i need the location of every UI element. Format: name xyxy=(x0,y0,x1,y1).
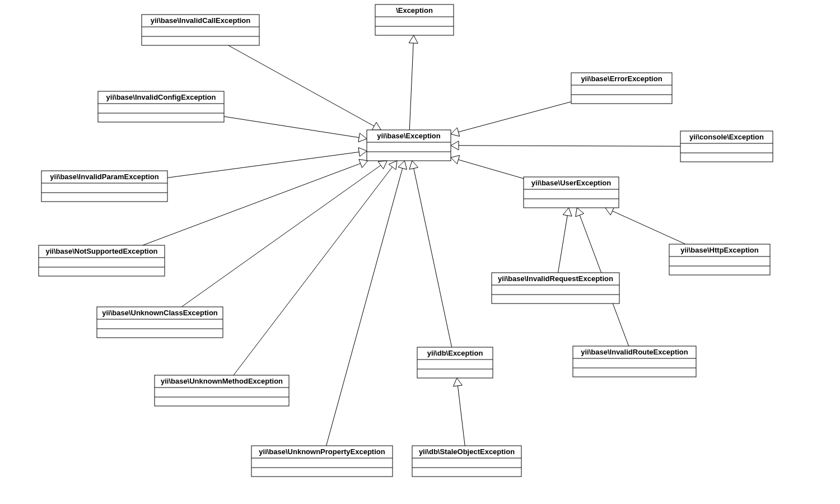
generalization-line xyxy=(458,386,465,446)
generalization-arrowhead-icon xyxy=(358,133,367,142)
class-name: yii\base\InvalidCallException xyxy=(151,16,251,25)
class-name: yii\base\InvalidRequestException xyxy=(498,274,613,283)
class-invalid_request: yii\base\InvalidRequestException xyxy=(492,273,619,304)
class-name: yii\db\StaleObjectException xyxy=(419,447,515,456)
generalization-line xyxy=(558,216,568,273)
generalization-line xyxy=(143,164,361,245)
class-name: yii\base\ErrorException xyxy=(581,74,662,83)
class-invalid_config: yii\base\InvalidConfigException xyxy=(98,91,224,122)
class-invalid_call: yii\base\InvalidCallException xyxy=(142,15,259,45)
generalization-line xyxy=(326,168,403,446)
generalization-arrowhead-icon xyxy=(451,128,460,136)
generalization-arrowhead-icon xyxy=(451,155,460,164)
generalization-arrowhead-icon xyxy=(358,148,367,157)
class-base_exception: yii\base\Exception xyxy=(367,130,451,161)
class-name: yii\console\Exception xyxy=(689,133,764,141)
class-unknown_class: yii\base\UnknownClassException xyxy=(97,307,223,338)
class-unknown_property: yii\base\UnknownPropertyException xyxy=(251,446,393,477)
generalization-arrowhead-icon xyxy=(576,208,584,217)
class-name: yii\base\Exception xyxy=(377,132,440,140)
class-name: yii\base\UnknownClassException xyxy=(102,309,218,317)
generalization-arrowhead-icon xyxy=(451,141,459,150)
class-name: yii\base\InvalidConfigException xyxy=(106,93,216,101)
class-name: yii\base\UserException xyxy=(531,179,611,187)
class-name: \Exception xyxy=(396,6,433,15)
generalization-arrowhead-icon xyxy=(359,159,368,167)
uml-class-diagram: \Exceptionyii\base\Exceptionyii\base\Inv… xyxy=(0,0,840,504)
class-http_exception: yii\base\HttpException xyxy=(669,244,770,275)
class-name: yii\base\NotSupportedException xyxy=(45,247,157,255)
class-unknown_method: yii\base\UnknownMethodException xyxy=(155,375,289,406)
class-invalid_route: yii\base\InvalidRouteException xyxy=(573,346,696,377)
class-invalid_param: yii\base\InvalidParamException xyxy=(41,171,167,202)
class-name: yii\base\UnknownMethodException xyxy=(161,377,283,385)
generalization-arrowhead-icon xyxy=(409,161,418,169)
generalization-arrowhead-icon xyxy=(563,208,572,216)
generalization-line xyxy=(181,165,381,307)
class-user_exception: yii\base\UserException xyxy=(524,177,619,208)
generalization-arrowhead-icon xyxy=(398,161,407,170)
generalization-arrowhead-icon xyxy=(372,122,381,130)
generalization-line xyxy=(234,167,393,375)
generalization-line xyxy=(612,211,685,244)
generalization-arrowhead-icon xyxy=(378,161,387,169)
generalization-arrowhead-icon xyxy=(409,35,418,43)
class-console_exception: yii\console\Exception xyxy=(680,131,773,162)
generalization-arrowhead-icon xyxy=(389,161,397,170)
class-error_exception: yii\base\ErrorException xyxy=(571,73,672,104)
generalization-line xyxy=(458,160,524,179)
class-name: yii\db\Exception xyxy=(427,349,483,357)
generalization-arrowhead-icon xyxy=(453,378,462,386)
class-name: yii\base\HttpException xyxy=(680,246,758,254)
class-stale_object: yii\db\StaleObjectException xyxy=(412,446,521,477)
class-exception: \Exception xyxy=(375,4,454,35)
generalization-line xyxy=(228,45,374,126)
class-db_exception: yii\db\Exception xyxy=(417,347,493,378)
class-name: yii\base\InvalidRouteException xyxy=(581,348,688,356)
class-not_supported: yii\base\NotSupportedException xyxy=(39,245,165,276)
generalization-line xyxy=(224,116,359,138)
generalization-line xyxy=(459,146,680,146)
class-name: yii\base\InvalidParamException xyxy=(50,172,158,181)
generalization-line xyxy=(409,43,413,130)
generalization-line xyxy=(167,152,359,178)
generalization-line xyxy=(414,169,452,347)
class-name: yii\base\UnknownPropertyException xyxy=(259,447,385,456)
generalization-line xyxy=(459,102,571,132)
